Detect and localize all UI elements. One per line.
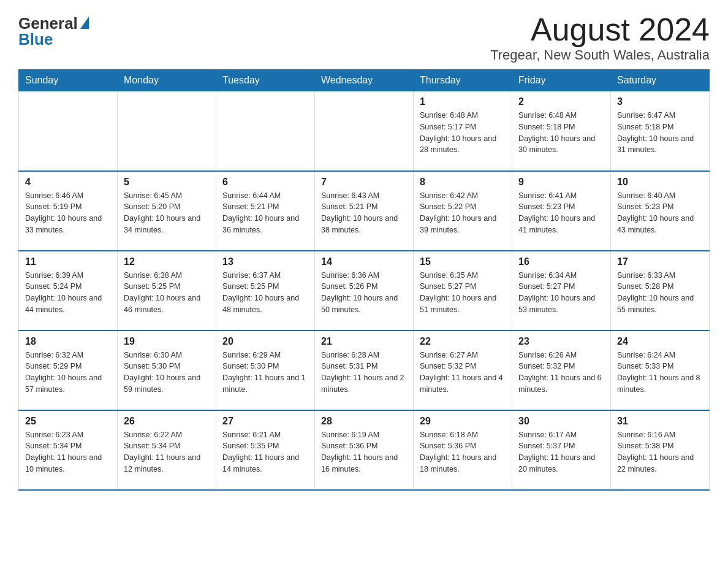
day-info: Sunrise: 6:36 AMSunset: 5:26 PMDaylight:… — [321, 270, 407, 316]
header-thursday: Thursday — [414, 70, 512, 91]
calendar-week-1: 1Sunrise: 6:48 AMSunset: 5:17 PMDaylight… — [19, 91, 710, 171]
calendar-cell: 5Sunrise: 6:45 AMSunset: 5:20 PMDaylight… — [118, 171, 216, 251]
calendar-cell: 30Sunrise: 6:17 AMSunset: 5:37 PMDayligh… — [512, 410, 611, 490]
day-info: Sunrise: 6:46 AMSunset: 5:19 PMDaylight:… — [25, 190, 111, 236]
day-info: Sunrise: 6:27 AMSunset: 5:32 PMDaylight:… — [420, 350, 506, 396]
header-wednesday: Wednesday — [315, 70, 414, 91]
day-number: 30 — [518, 416, 604, 427]
day-number: 21 — [321, 336, 407, 347]
day-number: 26 — [124, 416, 210, 427]
day-info: Sunrise: 6:29 AMSunset: 5:30 PMDaylight:… — [222, 350, 308, 396]
calendar-cell: 27Sunrise: 6:21 AMSunset: 5:35 PMDayligh… — [216, 410, 315, 490]
day-number: 29 — [420, 416, 506, 427]
day-info: Sunrise: 6:48 AMSunset: 5:18 PMDaylight:… — [518, 110, 604, 156]
location-title: Tregear, New South Wales, Australia — [490, 47, 710, 63]
calendar-cell — [216, 91, 315, 171]
day-number: 4 — [25, 177, 111, 188]
calendar-cell: 13Sunrise: 6:37 AMSunset: 5:25 PMDayligh… — [216, 251, 315, 331]
day-number: 9 — [518, 177, 604, 188]
header-saturday: Saturday — [611, 70, 710, 91]
calendar-cell: 3Sunrise: 6:47 AMSunset: 5:18 PMDaylight… — [611, 91, 710, 171]
logo-blue: Blue — [18, 31, 53, 47]
day-number: 22 — [420, 336, 506, 347]
day-number: 10 — [617, 177, 703, 188]
day-info: Sunrise: 6:43 AMSunset: 5:21 PMDaylight:… — [321, 190, 407, 236]
calendar-cell: 16Sunrise: 6:34 AMSunset: 5:27 PMDayligh… — [512, 251, 611, 331]
header-row: Sunday Monday Tuesday Wednesday Thursday… — [19, 70, 710, 91]
header-sunday: Sunday — [19, 70, 118, 91]
calendar-cell: 7Sunrise: 6:43 AMSunset: 5:21 PMDaylight… — [315, 171, 414, 251]
day-number: 6 — [222, 177, 308, 188]
calendar-cell: 10Sunrise: 6:40 AMSunset: 5:23 PMDayligh… — [611, 171, 710, 251]
day-number: 16 — [518, 256, 604, 267]
day-number: 7 — [321, 177, 407, 188]
calendar-cell: 1Sunrise: 6:48 AMSunset: 5:17 PMDaylight… — [414, 91, 512, 171]
calendar-cell: 14Sunrise: 6:36 AMSunset: 5:26 PMDayligh… — [315, 251, 414, 331]
day-number: 2 — [518, 96, 604, 107]
day-number: 28 — [321, 416, 407, 427]
calendar-cell: 4Sunrise: 6:46 AMSunset: 5:19 PMDaylight… — [19, 171, 118, 251]
day-number: 14 — [321, 256, 407, 267]
day-number: 25 — [25, 416, 111, 427]
day-number: 19 — [124, 336, 210, 347]
day-info: Sunrise: 6:21 AMSunset: 5:35 PMDaylight:… — [222, 429, 308, 475]
day-info: Sunrise: 6:39 AMSunset: 5:24 PMDaylight:… — [25, 270, 111, 316]
day-number: 3 — [617, 96, 703, 107]
day-info: Sunrise: 6:48 AMSunset: 5:17 PMDaylight:… — [420, 110, 506, 156]
day-info: Sunrise: 6:41 AMSunset: 5:23 PMDaylight:… — [518, 190, 604, 236]
title-block: August 2024 Tregear, New South Wales, Au… — [490, 12, 710, 63]
header-friday: Friday — [512, 70, 611, 91]
logo-general: General — [18, 15, 78, 31]
day-number: 8 — [420, 177, 506, 188]
day-info: Sunrise: 6:45 AMSunset: 5:20 PMDaylight:… — [124, 190, 210, 236]
day-number: 23 — [518, 336, 604, 347]
day-info: Sunrise: 6:16 AMSunset: 5:38 PMDaylight:… — [617, 429, 703, 475]
header-monday: Monday — [118, 70, 216, 91]
calendar-cell: 15Sunrise: 6:35 AMSunset: 5:27 PMDayligh… — [414, 251, 512, 331]
calendar-cell: 26Sunrise: 6:22 AMSunset: 5:34 PMDayligh… — [118, 410, 216, 490]
day-info: Sunrise: 6:30 AMSunset: 5:30 PMDaylight:… — [124, 350, 210, 396]
calendar-cell — [19, 91, 118, 171]
day-info: Sunrise: 6:33 AMSunset: 5:28 PMDaylight:… — [617, 270, 703, 316]
day-info: Sunrise: 6:34 AMSunset: 5:27 PMDaylight:… — [518, 270, 604, 316]
day-info: Sunrise: 6:40 AMSunset: 5:23 PMDaylight:… — [617, 190, 703, 236]
calendar-cell: 28Sunrise: 6:19 AMSunset: 5:36 PMDayligh… — [315, 410, 414, 490]
calendar-cell: 18Sunrise: 6:32 AMSunset: 5:29 PMDayligh… — [19, 331, 118, 410]
page-header: General Blue August 2024 Tregear, New So… — [18, 12, 710, 63]
calendar-body: 1Sunrise: 6:48 AMSunset: 5:17 PMDaylight… — [19, 91, 710, 490]
calendar-cell: 22Sunrise: 6:27 AMSunset: 5:32 PMDayligh… — [414, 331, 512, 410]
day-info: Sunrise: 6:44 AMSunset: 5:21 PMDaylight:… — [222, 190, 308, 236]
day-number: 11 — [25, 256, 111, 267]
day-info: Sunrise: 6:24 AMSunset: 5:33 PMDaylight:… — [617, 350, 703, 396]
calendar-cell: 19Sunrise: 6:30 AMSunset: 5:30 PMDayligh… — [118, 331, 216, 410]
calendar-week-3: 11Sunrise: 6:39 AMSunset: 5:24 PMDayligh… — [19, 251, 710, 331]
logo-triangle-icon — [80, 17, 89, 29]
calendar-cell — [315, 91, 414, 171]
day-info: Sunrise: 6:17 AMSunset: 5:37 PMDaylight:… — [518, 429, 604, 475]
day-number: 24 — [617, 336, 703, 347]
day-info: Sunrise: 6:23 AMSunset: 5:34 PMDaylight:… — [25, 429, 111, 475]
calendar-header: Sunday Monday Tuesday Wednesday Thursday… — [19, 70, 710, 91]
day-number: 31 — [617, 416, 703, 427]
day-number: 20 — [222, 336, 308, 347]
calendar-cell: 24Sunrise: 6:24 AMSunset: 5:33 PMDayligh… — [611, 331, 710, 410]
calendar-cell: 9Sunrise: 6:41 AMSunset: 5:23 PMDaylight… — [512, 171, 611, 251]
day-number: 15 — [420, 256, 506, 267]
calendar-cell: 11Sunrise: 6:39 AMSunset: 5:24 PMDayligh… — [19, 251, 118, 331]
day-number: 5 — [124, 177, 210, 188]
calendar-cell — [118, 91, 216, 171]
calendar-cell: 25Sunrise: 6:23 AMSunset: 5:34 PMDayligh… — [19, 410, 118, 490]
day-number: 27 — [222, 416, 308, 427]
day-number: 18 — [25, 336, 111, 347]
day-info: Sunrise: 6:18 AMSunset: 5:36 PMDaylight:… — [420, 429, 506, 475]
day-info: Sunrise: 6:38 AMSunset: 5:25 PMDaylight:… — [124, 270, 210, 316]
calendar-week-2: 4Sunrise: 6:46 AMSunset: 5:19 PMDaylight… — [19, 171, 710, 251]
calendar-week-5: 25Sunrise: 6:23 AMSunset: 5:34 PMDayligh… — [19, 410, 710, 490]
day-info: Sunrise: 6:19 AMSunset: 5:36 PMDaylight:… — [321, 429, 407, 475]
calendar-cell: 31Sunrise: 6:16 AMSunset: 5:38 PMDayligh… — [611, 410, 710, 490]
day-info: Sunrise: 6:42 AMSunset: 5:22 PMDaylight:… — [420, 190, 506, 236]
calendar-cell: 12Sunrise: 6:38 AMSunset: 5:25 PMDayligh… — [118, 251, 216, 331]
calendar-cell: 17Sunrise: 6:33 AMSunset: 5:28 PMDayligh… — [611, 251, 710, 331]
day-info: Sunrise: 6:28 AMSunset: 5:31 PMDaylight:… — [321, 350, 407, 396]
day-info: Sunrise: 6:22 AMSunset: 5:34 PMDaylight:… — [124, 429, 210, 475]
